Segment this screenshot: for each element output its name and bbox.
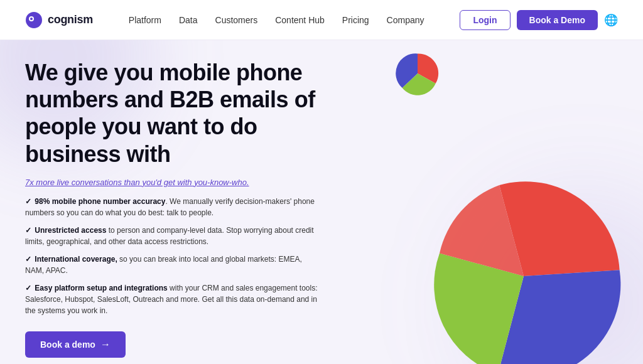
logo-icon	[25, 11, 43, 29]
feature-item-3: ✓ International coverage, so you can bre…	[25, 254, 320, 276]
hero-right	[339, 40, 618, 364]
book-demo-nav-button[interactable]: Book a Demo	[517, 10, 598, 30]
tagline-prefix: 7x more live conversations than you'd ge…	[25, 178, 194, 187]
feature-item-1: ✓ 98% mobile phone number accuracy. We m…	[25, 196, 320, 218]
checkmark-4: ✓	[25, 284, 31, 292]
checkmark-3: ✓	[25, 255, 31, 264]
login-button[interactable]: Login	[460, 10, 510, 30]
navbar: cognism Platform Data Customers Content …	[0, 0, 643, 40]
feature-1-bold: 98% mobile phone number accuracy	[35, 197, 165, 206]
logo[interactable]: cognism	[25, 11, 93, 29]
feature-item-4: ✓ Easy platform setup and integrations w…	[25, 282, 320, 316]
checkmark-1: ✓	[25, 197, 31, 206]
nav-item-content-hub[interactable]: Content Hub	[275, 14, 325, 26]
large-chart	[417, 169, 630, 364]
hero-left: We give you mobile phone numbers and B2B…	[25, 40, 339, 364]
features-list: ✓ 98% mobile phone number accuracy. We m…	[25, 196, 320, 316]
page-wrapper: cognism Platform Data Customers Content …	[0, 0, 643, 364]
feature-2-bold: Unrestricted access	[35, 226, 106, 235]
language-icon[interactable]: 🌐	[604, 13, 618, 27]
book-demo-main-button[interactable]: Book a demo →	[25, 331, 126, 358]
logo-text: cognism	[48, 13, 93, 26]
tagline-italic: you-know-who.	[194, 178, 249, 187]
nav-item-company[interactable]: Company	[387, 14, 424, 26]
feature-item-2: ✓ Unrestricted access to person and comp…	[25, 225, 320, 247]
feature-4-bold: Easy platform setup and integrations	[35, 284, 167, 292]
book-demo-label: Book a demo	[40, 340, 95, 350]
feature-3-bold: International coverage,	[35, 255, 117, 264]
nav-item-customers[interactable]: Customers	[215, 14, 258, 26]
pie-chart-small	[396, 51, 440, 95]
nav-item-platform[interactable]: Platform	[129, 14, 161, 26]
nav-actions: Login Book a Demo 🌐	[460, 10, 618, 30]
nav-item-pricing[interactable]: Pricing	[342, 14, 369, 26]
nav-item-data[interactable]: Data	[179, 14, 198, 26]
svg-point-2	[30, 18, 33, 20]
nav-links: Platform Data Customers Content Hub Pric…	[129, 14, 424, 26]
checkmark-2: ✓	[25, 226, 31, 235]
main-content: We give you mobile phone numbers and B2B…	[0, 40, 643, 364]
svg-point-0	[26, 12, 42, 28]
arrow-icon: →	[100, 339, 111, 350]
hero-headline: We give you mobile phone numbers and B2B…	[25, 59, 320, 168]
hero-tagline: 7x more live conversations than you'd ge…	[25, 178, 320, 187]
